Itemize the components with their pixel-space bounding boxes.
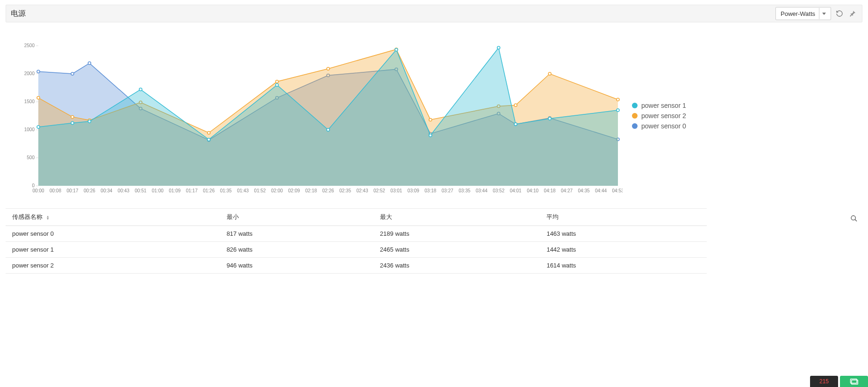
table-cell-max: 2465 watts — [373, 242, 540, 258]
panel-actions: Power-Watts — [775, 7, 857, 20]
svg-text:00:34: 00:34 — [100, 188, 112, 193]
legend-item[interactable]: power sensor 0 — [632, 122, 686, 130]
table-cell-avg: 1614 watts — [540, 258, 707, 274]
svg-text:2000: 2000 — [24, 71, 35, 76]
svg-point-28 — [71, 115, 74, 118]
svg-text:01:17: 01:17 — [186, 188, 198, 193]
svg-point-15 — [71, 72, 74, 75]
metric-dropdown[interactable]: Power-Watts — [775, 7, 831, 20]
svg-text:00:08: 00:08 — [50, 188, 61, 193]
svg-point-49 — [497, 46, 500, 49]
search-icon[interactable] — [850, 215, 858, 224]
svg-text:01:43: 01:43 — [237, 188, 249, 193]
metric-dropdown-label: Power-Watts — [781, 10, 819, 17]
col-header-max[interactable]: 最大 — [373, 209, 540, 226]
svg-text:03:52: 03:52 — [493, 188, 504, 193]
svg-point-39 — [617, 98, 619, 101]
svg-text:03:44: 03:44 — [476, 188, 488, 193]
chart-svg: 0500100015002000250000:0000:0800:1700:26… — [15, 41, 623, 200]
panel-header: 电源 Power-Watts — [6, 5, 862, 22]
svg-text:01:26: 01:26 — [203, 188, 215, 193]
svg-text:02:18: 02:18 — [305, 188, 317, 193]
svg-text:1000: 1000 — [24, 127, 35, 132]
svg-point-38 — [548, 72, 551, 75]
col-header-name[interactable]: 传感器名称 ▲▼ — [6, 209, 220, 226]
svg-point-35 — [429, 118, 432, 121]
svg-text:02:26: 02:26 — [322, 188, 334, 193]
svg-text:02:00: 02:00 — [271, 188, 283, 193]
table-cell-max: 2189 watts — [373, 226, 540, 242]
svg-point-88 — [851, 216, 855, 220]
svg-text:03:27: 03:27 — [442, 188, 453, 193]
table-cell-max: 2436 watts — [373, 258, 540, 274]
svg-point-41 — [71, 122, 74, 125]
svg-text:0: 0 — [32, 183, 35, 188]
svg-point-50 — [514, 123, 517, 126]
table-cell-min: 946 watts — [220, 258, 373, 274]
svg-text:04:01: 04:01 — [510, 188, 522, 193]
svg-text:500: 500 — [27, 155, 35, 160]
svg-point-42 — [88, 120, 91, 123]
table-cell-min: 826 watts — [220, 242, 373, 258]
col-header-avg[interactable]: 平均 — [540, 209, 707, 226]
svg-point-51 — [548, 117, 551, 120]
svg-point-45 — [276, 84, 279, 86]
svg-text:03:01: 03:01 — [390, 188, 402, 193]
svg-point-27 — [37, 97, 40, 99]
chevron-down-icon — [819, 8, 829, 19]
table-cell-min: 817 watts — [220, 226, 373, 242]
chart-plot-area: 0500100015002000250000:0000:0800:1700:26… — [15, 41, 623, 200]
svg-point-37 — [514, 104, 517, 106]
chart-legend: power sensor 1power sensor 2power sensor… — [632, 41, 686, 133]
table-cell-name: power sensor 1 — [6, 242, 220, 258]
svg-text:03:35: 03:35 — [459, 188, 470, 193]
svg-point-48 — [429, 134, 432, 137]
svg-point-31 — [208, 131, 210, 134]
svg-text:04:27: 04:27 — [561, 188, 573, 193]
svg-point-16 — [88, 62, 91, 64]
svg-point-52 — [617, 109, 619, 112]
svg-text:01:00: 01:00 — [152, 188, 164, 193]
table-cell-avg: 1463 watts — [540, 226, 707, 242]
table-row: power sensor 0817 watts2189 watts1463 wa… — [6, 226, 707, 242]
legend-item[interactable]: power sensor 1 — [632, 102, 686, 109]
svg-text:02:52: 02:52 — [373, 188, 385, 193]
legend-label: power sensor 2 — [641, 112, 686, 120]
legend-swatch — [632, 123, 638, 129]
svg-point-47 — [395, 48, 398, 51]
col-header-min[interactable]: 最小 — [220, 209, 373, 226]
table-row: power sensor 2946 watts2436 watts1614 wa… — [6, 258, 707, 274]
legend-item[interactable]: power sensor 2 — [632, 112, 686, 120]
svg-line-89 — [855, 219, 857, 221]
svg-text:01:35: 01:35 — [220, 188, 232, 193]
svg-text:04:44: 04:44 — [595, 188, 607, 193]
svg-text:04:18: 04:18 — [544, 188, 556, 193]
svg-text:02:35: 02:35 — [339, 188, 351, 193]
svg-text:00:00: 00:00 — [32, 188, 44, 193]
legend-label: power sensor 1 — [641, 102, 686, 109]
page-title: 电源 — [11, 9, 26, 19]
sort-icon: ▲▼ — [46, 215, 50, 220]
svg-text:02:09: 02:09 — [288, 188, 300, 193]
svg-point-43 — [139, 88, 142, 91]
svg-text:01:52: 01:52 — [254, 188, 266, 193]
sensor-table: 传感器名称 ▲▼ 最小 最大 平均 power sensor 0817 watt… — [6, 208, 707, 274]
pin-icon[interactable] — [848, 9, 857, 18]
sensor-table-section: 传感器名称 ▲▼ 最小 最大 平均 power sensor 0817 watt… — [6, 208, 862, 274]
svg-text:1500: 1500 — [24, 99, 35, 104]
svg-point-40 — [37, 126, 40, 128]
refresh-icon[interactable] — [835, 9, 844, 18]
col-header-name-label: 传感器名称 — [12, 213, 43, 220]
svg-point-46 — [327, 128, 330, 131]
table-cell-name: power sensor 2 — [6, 258, 220, 274]
legend-label: power sensor 0 — [641, 122, 686, 130]
svg-point-32 — [276, 80, 279, 83]
svg-text:00:51: 00:51 — [135, 188, 146, 193]
table-cell-name: power sensor 0 — [6, 226, 220, 242]
svg-text:04:35: 04:35 — [578, 188, 590, 193]
svg-text:00:17: 00:17 — [66, 188, 78, 193]
svg-text:00:43: 00:43 — [118, 188, 129, 193]
chart-section: 0500100015002000250000:0000:0800:1700:26… — [6, 41, 862, 200]
svg-point-33 — [327, 67, 330, 70]
svg-text:2500: 2500 — [24, 43, 35, 48]
